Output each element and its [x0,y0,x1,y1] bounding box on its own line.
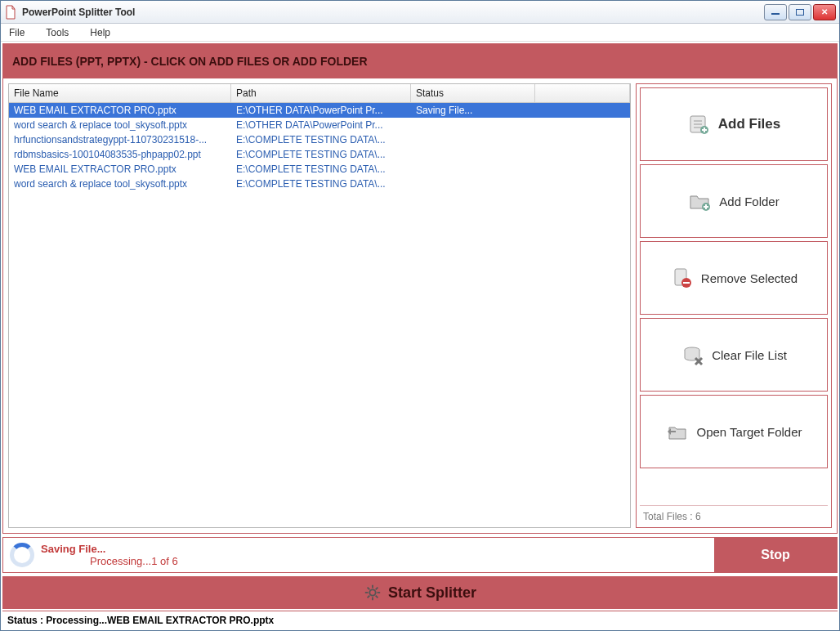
stop-button[interactable]: Stop [714,538,837,572]
add-files-button[interactable]: Add Files [640,87,828,161]
remove-selected-label: Remove Selected [701,271,798,285]
svg-line-23 [368,588,370,590]
file-list[interactable]: File Name Path Status WEB EMAIL EXTRACTO… [8,83,631,528]
app-icon [4,5,17,20]
table-row[interactable]: hrfunctionsandstrategyppt-110730231518-.… [9,132,630,147]
folder-icon [688,190,711,213]
start-splitter-button[interactable]: Start Splitter [2,576,838,609]
gear-icon [364,584,382,602]
clear-icon [681,343,704,366]
progress-status: Saving File... [41,543,714,555]
column-path[interactable]: Path [231,84,411,102]
cell-filename: rdbmsbasics-100104083535-phpapp02.ppt [9,149,231,160]
clear-list-button[interactable]: Clear File List [640,318,828,392]
cell-path: E:\COMPLETE TESTING DATA\... [231,163,411,175]
table-row[interactable]: word search & replace tool_skysoft.pptxE… [9,118,630,132]
cell-path: E:\COMPLETE TESTING DATA\... [231,149,411,160]
remove-selected-button[interactable]: Remove Selected [640,241,828,315]
remove-icon [670,266,693,289]
cell-filename: WEB EMAIL EXTRACTOR PRO.pptx [9,163,231,175]
table-row[interactable]: rdbmsbasics-100104083535-phpapp02.pptE:\… [9,147,630,162]
open-target-button[interactable]: Open Target Folder [640,395,828,468]
svg-line-24 [376,596,378,598]
menubar: File Tools Help [1,24,839,42]
start-splitter-label: Start Splitter [388,584,476,602]
cell-path: E:\OTHER DATA\PowerPoint Pr... [231,119,411,131]
main-panel: ADD FILES (PPT, PPTX) - CLICK ON ADD FIL… [2,43,838,534]
add-folder-button[interactable]: Add Folder [640,164,828,238]
progress-panel: Saving File... Processing...1 of 6 Stop [2,537,838,573]
statusbar: Status : Processing...WEB EMAIL EXTRACTO… [2,611,838,629]
total-files-label: Total Files : 6 [640,505,828,524]
action-panel: Add Files Add Folder Remove Selected [636,83,832,528]
cell-status: Saving File... [411,105,535,116]
file-list-header: File Name Path Status [9,84,630,103]
spinner-icon [10,543,34,567]
cell-filename: word search & replace tool_skysoft.pptx [9,178,231,190]
add-files-label: Add Files [718,116,781,132]
maximize-button[interactable] [789,4,811,20]
menu-tools[interactable]: Tools [41,25,74,40]
svg-point-18 [369,589,375,595]
svg-line-26 [376,588,378,590]
cell-path: E:\COMPLETE TESTING DATA\... [231,134,411,145]
cell-path: E:\OTHER DATA\PowerPoint Pr... [231,105,411,116]
column-filename[interactable]: File Name [9,84,231,102]
cell-path: E:\COMPLETE TESTING DATA\... [231,178,411,190]
column-status[interactable]: Status [411,84,535,102]
menu-help[interactable]: Help [85,25,115,40]
svg-line-25 [368,596,370,598]
svg-rect-1 [796,9,804,16]
cell-filename: word search & replace tool_skysoft.pptx [9,119,231,131]
titlebar: PowerPoint Splitter Tool ✕ [1,1,839,24]
open-target-label: Open Target Folder [697,425,802,439]
window-title: PowerPoint Splitter Tool [22,7,135,18]
app-window: PowerPoint Splitter Tool ✕ File Tools He… [0,0,840,631]
progress-count: Processing...1 of 6 [41,555,714,567]
table-row[interactable]: word search & replace tool_skysoft.pptxE… [9,177,630,191]
open-folder-icon [666,420,689,443]
table-row[interactable]: WEB EMAIL EXTRACTOR PRO.pptxE:\COMPLETE … [9,162,630,177]
cell-filename: WEB EMAIL EXTRACTOR PRO.pptx [9,105,231,116]
instruction-banner: ADD FILES (PPT, PPTX) - CLICK ON ADD FIL… [3,44,837,78]
table-row[interactable]: WEB EMAIL EXTRACTOR PRO.pptxE:\OTHER DAT… [9,103,630,118]
svg-rect-0 [771,13,780,15]
column-extra [535,84,630,102]
minimize-button[interactable] [764,4,787,20]
cell-filename: hrfunctionsandstrategyppt-110730231518-.… [9,134,231,145]
add-folder-label: Add Folder [719,195,779,208]
add-files-icon [687,113,710,136]
close-button[interactable]: ✕ [813,4,836,20]
menu-file[interactable]: File [4,25,29,40]
clear-list-label: Clear File List [712,348,787,362]
